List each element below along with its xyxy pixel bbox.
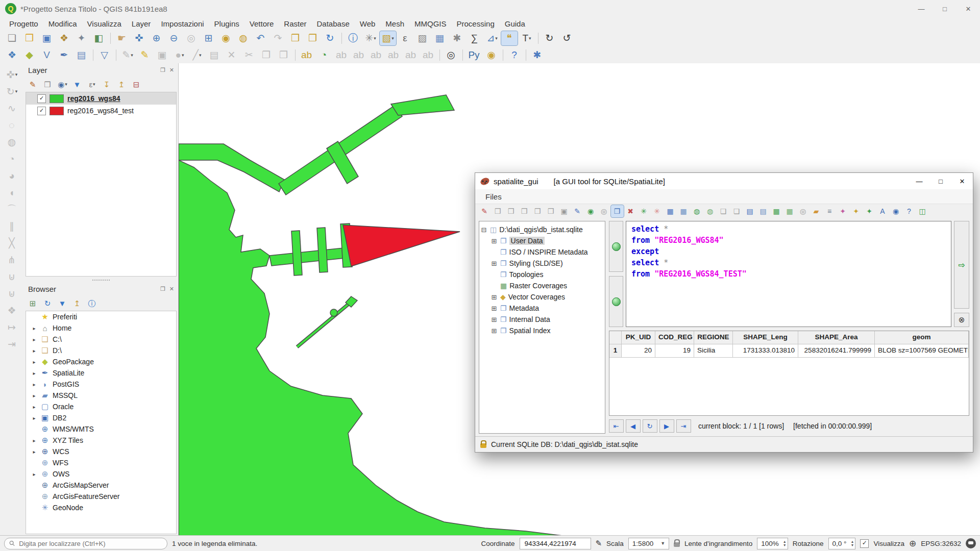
disconnect-db-button[interactable]: ❒ xyxy=(505,205,518,217)
open-attribute-table-button[interactable]: ▦ xyxy=(432,31,448,45)
srid-helper-button[interactable]: ✦ xyxy=(863,205,876,217)
tree-item-metadata[interactable]: ⊞ ❐ Metadata xyxy=(480,303,604,314)
browser-item-geopackage[interactable]: ▸ ◆ GeoPackage xyxy=(26,356,176,367)
expander-icon[interactable]: ⊞ xyxy=(491,293,498,301)
layout-manager-button[interactable]: ◧ xyxy=(91,31,107,45)
menu-item[interactable]: Layer xyxy=(127,18,156,29)
delete-selected-button[interactable]: ✕ xyxy=(224,48,240,62)
expand-all-button[interactable]: ↧ xyxy=(100,78,114,91)
multiedit-attributes-button[interactable]: ▤ xyxy=(206,48,223,62)
browser-item-arcgismapserver[interactable]: ⊕ ArcGisMapServer xyxy=(26,480,176,491)
maximize-button[interactable]: □ xyxy=(933,0,957,17)
vacuum-db-button[interactable]: ◎ xyxy=(598,205,610,217)
pan-map-button[interactable]: ☛ xyxy=(114,31,130,45)
fill-ring-button[interactable]: ◔ xyxy=(4,152,21,166)
zoom-to-selection-button[interactable]: ◉ xyxy=(218,31,234,45)
map-tips-button[interactable]: ❝ xyxy=(501,31,518,45)
expand-arrow-icon[interactable]: ▸ xyxy=(31,471,37,477)
select-by-expression-button[interactable]: ε xyxy=(397,31,413,45)
browser-item-geonode[interactable]: ✳ GeoNode xyxy=(26,502,176,513)
float-panel-icon[interactable]: ❐ xyxy=(160,286,165,292)
execute-sql-script-button[interactable] xyxy=(609,276,623,327)
properties-widget-button[interactable]: ⓘ xyxy=(85,297,99,310)
float-panel-icon[interactable]: ❐ xyxy=(160,67,165,73)
help-button[interactable]: ? xyxy=(506,48,523,62)
expander-icon[interactable]: ⊞ xyxy=(491,327,498,335)
memory-db-save-button[interactable]: ▣ xyxy=(558,205,571,217)
layer-labeling-button[interactable]: ab xyxy=(299,48,315,62)
sql-composer-button[interactable]: ❐ xyxy=(611,205,624,217)
field-calculator-button[interactable]: ✱ xyxy=(449,31,465,45)
expander-icon[interactable]: ⊞ xyxy=(491,305,498,312)
tree-item-topologies[interactable]: ❐ Topologies xyxy=(480,269,604,280)
dump-txt-button[interactable]: ◎ xyxy=(797,205,810,217)
scale-combo[interactable]: 1:5800 ▼ xyxy=(628,538,669,549)
wfs-import-button[interactable]: ✦ xyxy=(837,205,849,217)
open-layer-styling-button[interactable]: ✎ xyxy=(26,78,40,91)
sql-editor[interactable]: select * from "REG2016_WGS84" except sel… xyxy=(626,221,951,327)
layer-row-reg2016-wgs84[interactable]: ✓ reg2016_wgs84 xyxy=(26,92,176,105)
expand-arrow-icon[interactable]: ▸ xyxy=(31,382,37,387)
connect-db-button[interactable]: ❒ xyxy=(492,205,504,217)
menu-item[interactable]: Modifica xyxy=(43,18,82,29)
close-panel-icon[interactable]: ✕ xyxy=(169,67,174,73)
run-feature-action-button[interactable]: ✳▾ xyxy=(362,31,379,45)
about-button[interactable]: ◉ xyxy=(890,205,902,217)
tree-item-raster-coverages[interactable]: ▦ Raster Coverages xyxy=(480,280,604,291)
grid-header-cell[interactable]: SHAPE_Leng xyxy=(733,331,798,344)
memory-db-load-button[interactable]: ❒ xyxy=(518,205,531,217)
check-geometries-button[interactable]: ✳ xyxy=(638,205,650,217)
expand-arrow-icon[interactable]: ▸ xyxy=(31,370,37,376)
dump-dif-button[interactable]: ▰ xyxy=(810,205,823,217)
browser-item-arcgisfeatureserver[interactable]: ⊕ ArcGisFeatureServer xyxy=(26,491,176,502)
browser-item-d-drive[interactable]: ▸ ❑ D:\ xyxy=(26,345,176,356)
copy-features-button[interactable]: ❐ xyxy=(258,48,275,62)
grid-cell[interactable]: BLOB sz=1007569 GEOMETRY xyxy=(875,344,969,358)
browser-item-home[interactable]: ▸ ⌂ Home xyxy=(26,322,176,334)
browser-item-db2[interactable]: ▸ ▣ DB2 xyxy=(26,412,176,423)
add-feature-button[interactable]: ●▾ xyxy=(172,48,188,62)
log-messages-button[interactable] xyxy=(966,538,976,548)
menu-item[interactable]: Database xyxy=(312,18,355,29)
menu-item[interactable]: Impostazioni xyxy=(156,18,209,29)
filter-browser-button[interactable]: ▼ xyxy=(56,297,69,310)
reshape-features-button[interactable]: ⌒ xyxy=(4,202,21,216)
render-checkbox[interactable]: ✓ xyxy=(860,539,869,548)
move-feature-button[interactable]: ✜▾ xyxy=(4,67,21,82)
browser-item-wfs[interactable]: ⊕ WFS xyxy=(26,457,176,468)
add-selected-layers-button[interactable]: ⊞ xyxy=(26,297,40,310)
new-virtual-layer-button[interactable]: ▽ xyxy=(96,48,113,62)
merge-attributes-button[interactable]: ⊎ xyxy=(4,286,21,300)
data-source-manager-button[interactable]: ❖ xyxy=(4,48,20,62)
tree-item-internal-data[interactable]: ⊞ ❐ Internal Data xyxy=(480,314,604,325)
manage-map-themes-button[interactable]: ◉▾ xyxy=(56,78,69,91)
label-pin-button[interactable]: ab xyxy=(333,48,350,62)
label-highlight-button[interactable]: ab xyxy=(351,48,367,62)
vertex-tool-button[interactable]: ╱▾ xyxy=(189,48,205,62)
measure-button[interactable]: ⊿▾ xyxy=(484,31,500,45)
tree-item-user-data[interactable]: ⊞ ❐ User Data xyxy=(480,235,604,246)
browser-item-wms-wmts[interactable]: ⊕ WMS/WMTS xyxy=(26,423,176,435)
exit-button[interactable]: ◫ xyxy=(916,205,929,217)
expander-icon[interactable]: ⊞ xyxy=(491,237,498,245)
lock-scale-icon[interactable] xyxy=(674,542,680,547)
menu-item[interactable]: Web xyxy=(355,18,381,29)
tree-item-iso-inspire-metadata[interactable]: ❐ ISO / INSPIRE Metadata xyxy=(480,246,604,258)
browser-item-spatialite[interactable]: ▸ ✒ SpatiaLite xyxy=(26,367,176,379)
minimize-button[interactable]: — xyxy=(909,173,930,189)
last-block-button[interactable]: ⇥ xyxy=(676,419,691,433)
grid-cell[interactable]: 1731333.013810 xyxy=(733,344,798,358)
cut-features-button[interactable]: ✂ xyxy=(241,48,257,62)
expander-icon[interactable]: ⊟ xyxy=(480,226,487,234)
current-edits-button[interactable]: ✎▾ xyxy=(119,48,136,62)
browser-item-ows[interactable]: ▸ ⊕ OWS xyxy=(26,468,176,480)
close-button[interactable]: ✕ xyxy=(957,0,980,17)
layer-checkbox[interactable]: ✓ xyxy=(37,94,46,103)
drop-entity-button[interactable]: ✖ xyxy=(624,205,637,217)
memory-db-new-button[interactable]: ❒ xyxy=(531,205,544,217)
gps-information-button[interactable]: ◎ xyxy=(443,48,459,62)
memory-db-clone-button[interactable]: ❒ xyxy=(545,205,557,217)
split-features-button[interactable]: ╳ xyxy=(4,236,21,250)
menu-item[interactable]: Progetto xyxy=(4,18,43,29)
grid-data-row[interactable]: 1 20 19 Sicilia 1731333.013810 258320162… xyxy=(609,344,969,358)
